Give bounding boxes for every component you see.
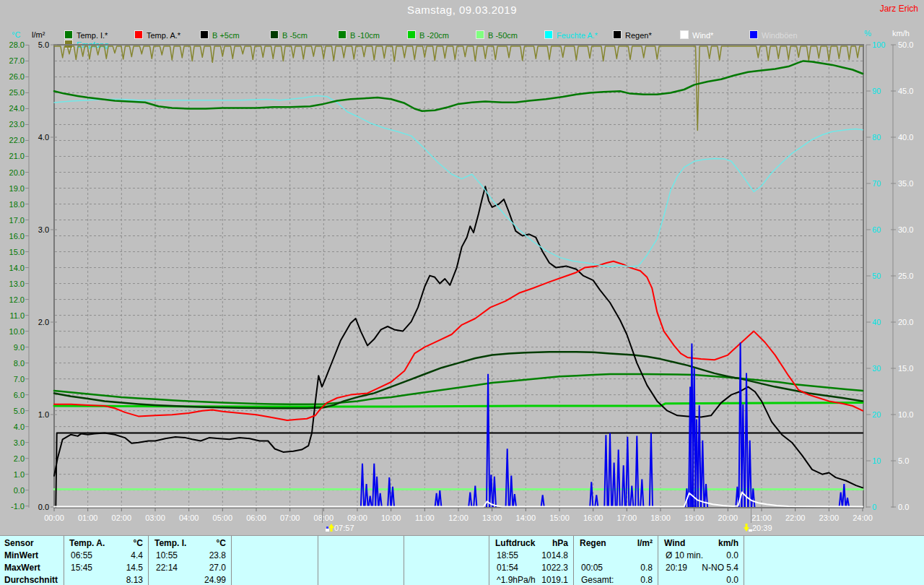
axis-tick-label: 20.0 — [898, 318, 913, 326]
axis-tick-label: 18:00 — [650, 514, 671, 522]
wind-gust-spike — [541, 495, 544, 507]
table-row: 24.99 — [149, 574, 231, 585]
axis-tick-label: 19:00 — [684, 514, 705, 522]
table-cell: 01:54 — [497, 562, 518, 574]
table-row — [574, 550, 658, 562]
table-cell-value: 1019.1 — [541, 574, 568, 585]
table-cell-value: 14.5 — [126, 562, 143, 574]
axis-tick-label: 3.0 — [38, 225, 49, 234]
wind-gust-spike — [590, 482, 593, 507]
axis-tick-label: 14.0 — [9, 264, 25, 272]
table-cell: Wind — [664, 537, 685, 550]
table-row: 18:551014.8 — [489, 550, 573, 562]
table-row: Ø 10 min.0.0 — [658, 550, 744, 562]
table-cell: MaxWert — [4, 562, 40, 574]
chart-canvas: -1.00.01.02.03.04.05.06.07.08.09.010.011… — [0, 0, 924, 534]
axis-tick-label: 20.0 — [9, 168, 25, 177]
axis-tick-label: 12.0 — [9, 295, 25, 304]
wind-gust-spike — [435, 493, 438, 507]
axis-tick-label: 9.0 — [14, 343, 25, 352]
wind-gust-spike — [701, 441, 704, 507]
axis-tick-label: 5.0 — [898, 456, 909, 465]
axis-tick-label: 21:00 — [751, 514, 772, 522]
axis-tick-label: 25.0 — [9, 88, 25, 97]
wind-gust-spike — [388, 477, 391, 507]
table-section-wind: Windkm/hØ 10 min.0.020:19N-NO 5.40.0 — [658, 536, 744, 585]
axis-tick-label: 90 — [872, 87, 881, 95]
sunset-tick — [751, 508, 751, 523]
axis-tick-label: 4.0 — [14, 422, 25, 431]
table-cell: 15:45 — [71, 562, 92, 574]
axis-tick-label: 04:00 — [179, 514, 199, 522]
table-cell: 22:14 — [156, 562, 178, 574]
table-row: 06:554.4 — [64, 550, 148, 562]
table-row — [232, 574, 318, 585]
weather-station-page: { "header": { "title": "Samstag, 09.03.2… — [0, 0, 924, 585]
table-cell: Ø 10 min. — [666, 550, 703, 562]
table-cell-value: N-NO 5.4 — [702, 562, 738, 574]
axis-tick-label: 30.0 — [898, 225, 913, 234]
table-row: Windkm/h — [658, 537, 744, 550]
axis-tick-label: 19.0 — [9, 184, 25, 193]
sunset-icon — [744, 524, 752, 532]
wind-gust-spike — [361, 464, 364, 507]
table-cell: 06:55 — [71, 550, 92, 562]
table-section-empty-4 — [404, 536, 489, 585]
wind-gust-spike — [846, 498, 849, 507]
table-cell: Regen — [580, 537, 606, 550]
sunrise-tick — [322, 508, 323, 523]
table-row: Durchschnitt — [0, 574, 64, 585]
axis-tick-label: 20 — [872, 410, 881, 419]
axis-tick-label: 6.0 — [14, 391, 25, 399]
table-cell-value: 24.99 — [204, 574, 226, 585]
axis-tick-label: 100 — [872, 40, 885, 49]
table-cell: 18:55 — [497, 550, 518, 562]
table-section-empty-2 — [232, 536, 318, 585]
axis-tick-label: 28.0 — [9, 40, 25, 49]
axis-tick-label: 01:00 — [78, 514, 98, 522]
wind-gust-spike — [609, 433, 611, 507]
table-cell-value: 0.8 — [640, 562, 653, 574]
axis-tick-label: 10.0 — [9, 327, 25, 336]
table-row — [232, 550, 318, 562]
table-cell: ^1.9hPa/h — [497, 574, 536, 585]
axis-tick-label: 17:00 — [617, 514, 637, 522]
axis-tick-label: 35.0 — [898, 179, 913, 188]
wind-gust-spike — [698, 405, 701, 507]
table-cell-value: °C — [217, 537, 226, 550]
table-cell-value: 27.0 — [209, 562, 226, 574]
table-cell-value: km/h — [718, 537, 738, 550]
sunrise-icon — [326, 524, 334, 532]
axis-tick-label: 16:00 — [583, 514, 603, 522]
table-row — [318, 574, 404, 585]
table-section-temp-i: Temp. I.°C10:5523.822:1427.024.99 — [149, 536, 232, 585]
axis-tick-label: 09:00 — [347, 514, 367, 522]
table-row — [318, 562, 404, 574]
axis-tick-label: 23.0 — [9, 120, 25, 129]
wind-gust-spike — [626, 437, 629, 507]
table-cell: Temp. I. — [154, 537, 186, 550]
wind-gust-spike — [493, 477, 496, 507]
axis-tick-label: 13:00 — [482, 514, 502, 522]
wind-gust-spike — [840, 493, 842, 508]
axis-tick-label: 23:00 — [819, 514, 840, 522]
axis-tick-label: 4.0 — [38, 133, 49, 142]
wind-gust-spike — [604, 435, 607, 507]
axis-tick-label: 26.0 — [9, 72, 25, 81]
axis-tick-label: 18.0 — [9, 200, 25, 209]
wind-gust-spike — [842, 484, 845, 507]
sunrise-time: 07:57 — [334, 524, 354, 532]
axis-tick-label: -1.0 — [11, 502, 25, 511]
axis-tick-label: 15.0 — [9, 248, 25, 256]
wind-gust-spike — [365, 484, 368, 507]
table-row: Sensor — [0, 537, 64, 550]
table-row: Regenl/m² — [574, 537, 658, 550]
axis-tick-label: 70 — [872, 179, 881, 188]
table-cell: Durchschnitt — [4, 574, 58, 585]
table-row: Gesamt:0.8 — [574, 574, 658, 585]
summary-table: SensorMinWertMaxWertDurchschnittTemp. A.… — [0, 535, 924, 585]
sunset-marker: 20:39 — [744, 524, 772, 532]
axis-tick-label: 0.0 — [14, 486, 25, 495]
axis-tick-label: 8.0 — [14, 359, 25, 368]
axis-tick-label: 15:00 — [549, 514, 570, 522]
